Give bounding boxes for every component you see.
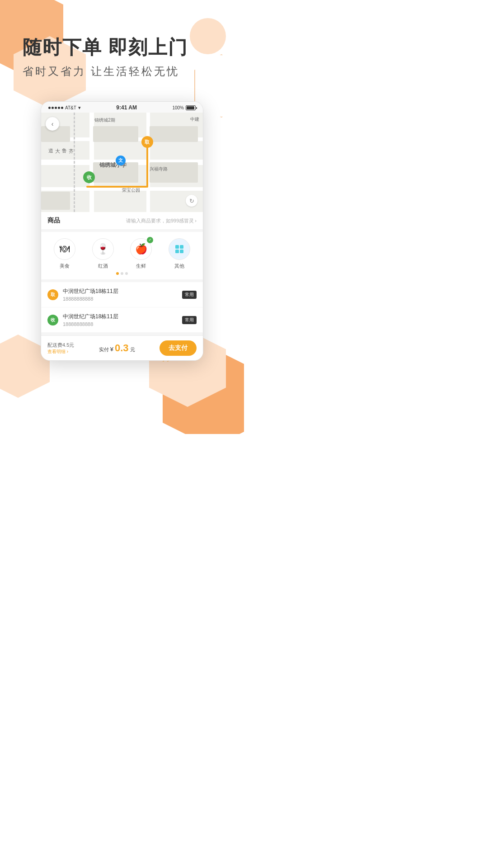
status-right: 100% <box>172 105 196 110</box>
actual-pay-label: 实付 <box>99 347 109 352</box>
signal-dot-3 <box>55 107 57 109</box>
map-block-2 <box>150 126 198 142</box>
battery-icon <box>186 105 196 110</box>
back-icon: ‹ <box>52 120 54 127</box>
map-area: 锦绣城2期 齐鲁大道 锦绣城小学 兴福寺路 荣宝公园 中建 取 收 文 <box>41 113 203 212</box>
food-icon-wrap: 🍽 <box>54 238 75 260</box>
hero-title: 随时下单 即刻上门 <box>23 36 221 59</box>
food-label: 美食 <box>60 263 70 269</box>
pickup-pin-badge: 取 <box>47 289 58 300</box>
battery-fill <box>187 106 194 109</box>
categories-section: 🍽 美食 🍷 红酒 🍎 生鲜 <box>41 232 203 282</box>
dot-2 <box>125 272 128 275</box>
product-label: 商品 <box>47 217 60 225</box>
fresh-icon-wrap: 🍎 <box>130 238 152 260</box>
culture-pin: 文 <box>116 156 126 165</box>
dropoff-address-info: 中润世纪广场18栋11层 18888888888 <box>63 313 178 327</box>
delivery-fee-label: 配送费4.5元 <box>47 342 74 349</box>
product-hint: 请输入商品要求，如999感冒灵 › <box>126 217 197 224</box>
pay-button[interactable]: 去支付 <box>160 340 197 356</box>
delivery-info: 配送费4.5元 查看明细 › <box>47 342 74 355</box>
price-display: 实付 ¥ 0.3 元 <box>99 342 135 354</box>
road-dashed <box>74 113 75 212</box>
currency-symbol: ¥ <box>110 346 113 353</box>
battery-percent: 100% <box>172 105 184 110</box>
signal-dot-2 <box>52 107 54 109</box>
status-bar: AT&T ▾ 9:41 AM 100% <box>41 102 203 113</box>
refresh-icon: ↻ <box>189 198 194 204</box>
route-line-vertical <box>146 147 148 188</box>
wine-label: 红酒 <box>98 263 108 269</box>
dropoff-tag: 常用 <box>182 316 197 324</box>
dot-active <box>116 272 119 275</box>
product-row: 商品 请输入商品要求，如999感冒灵 › <box>47 217 197 225</box>
phone-screen: AT&T ▾ 9:41 AM 100% <box>41 101 203 361</box>
pickup-address-name: 中润世纪广场18栋11层 <box>63 288 178 295</box>
hero-subtitle: 省时又省力 让生活轻松无忧 <box>23 64 221 79</box>
svg-rect-5 <box>180 250 183 253</box>
fresh-label: 生鲜 <box>136 263 146 269</box>
category-wine[interactable]: 🍷 红酒 <box>92 238 114 269</box>
signal-dot-1 <box>48 107 51 109</box>
phone-mockup: AT&T ▾ 9:41 AM 100% <box>41 101 203 361</box>
wine-icon: 🍷 <box>97 243 109 255</box>
pagination-dots <box>46 272 198 275</box>
map-block-1 <box>93 126 138 142</box>
map-label-zhongjian: 中建 <box>190 116 199 123</box>
category-fresh[interactable]: 🍎 生鲜 <box>130 238 152 269</box>
map-label-jinxiu2: 锦绣城2期 <box>94 117 115 123</box>
product-section: 商品 请输入商品要求，如999感冒灵 › <box>41 212 203 232</box>
wifi-icon: ▾ <box>78 105 81 111</box>
hero-section: 随时下单 即刻上门 省时又省力 让生活轻松无忧 <box>0 0 244 88</box>
category-food[interactable]: 🍽 美食 <box>54 238 75 269</box>
dropoff-phone: 18888888888 <box>63 321 178 327</box>
pickup-address-info: 中润世纪广场18栋11层 18888888888 <box>63 288 178 302</box>
wine-icon-wrap: 🍷 <box>92 238 114 260</box>
signal-dot-5 <box>61 107 63 109</box>
svg-rect-2 <box>175 245 179 249</box>
map-block-5 <box>41 192 70 210</box>
category-other[interactable]: 其他 <box>169 238 190 269</box>
dot-1 <box>121 272 123 275</box>
time-display: 9:41 AM <box>116 104 137 111</box>
bottom-bar: 配送费4.5元 查看明细 › 实付 ¥ 0.3 元 去支付 <box>41 335 203 360</box>
other-icon-wrap <box>169 238 190 260</box>
chevron-right-icon: › <box>195 218 197 223</box>
fresh-icon: 🍎 <box>135 243 147 255</box>
carrier-label: AT&T <box>65 105 76 110</box>
route-line-horizontal <box>86 186 147 188</box>
dropoff-pin-badge: 收 <box>47 315 58 326</box>
pickup-address[interactable]: 取 中润世纪广场18栋11层 18888888888 常用 <box>41 282 203 307</box>
svg-rect-3 <box>180 245 183 249</box>
price-unit: 元 <box>130 347 135 352</box>
other-label: 其他 <box>174 263 184 269</box>
map-label-rongbao: 荣宝公园 <box>122 187 140 193</box>
grid-icon <box>174 244 185 255</box>
delivery-detail-link[interactable]: 查看明细 › <box>47 349 74 355</box>
status-left: AT&T ▾ <box>48 105 81 111</box>
pickup-tag: 常用 <box>182 291 197 299</box>
map-block-4 <box>150 162 198 183</box>
dropoff-address[interactable]: 收 中润世纪广场18栋11层 18888888888 常用 <box>41 307 203 333</box>
category-grid: 🍽 美食 🍷 红酒 🍎 生鲜 <box>46 238 198 269</box>
page-container: 随时下单 即刻上门 省时又省力 让生活轻松无忧 AT&T ▾ <box>0 0 244 434</box>
pickup-phone: 18888888888 <box>63 296 178 302</box>
price-amount: 0.3 <box>115 342 129 354</box>
svg-rect-4 <box>175 250 179 253</box>
map-label-xingfu: 兴福寺路 <box>150 166 168 172</box>
signal-dot-4 <box>58 107 60 109</box>
signal-dots <box>48 107 63 109</box>
shape-orange-hex-bottomright <box>163 348 244 434</box>
addresses-section: 取 中润世纪广场18栋11层 18888888888 常用 收 中润世纪广场18… <box>41 282 203 335</box>
dropoff-address-name: 中润世纪广场18栋11层 <box>63 313 178 321</box>
food-icon: 🍽 <box>60 243 70 255</box>
